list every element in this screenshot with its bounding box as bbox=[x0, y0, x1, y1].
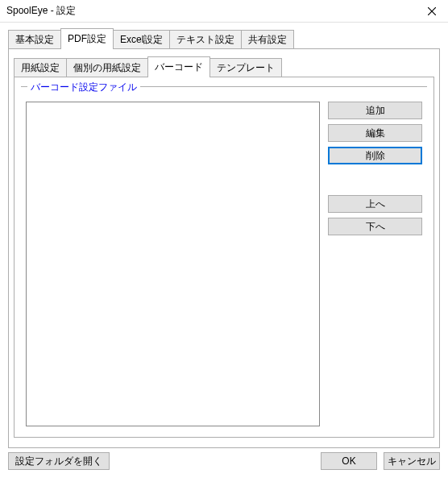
tab-shared-settings[interactable]: 共有設定 bbox=[241, 30, 294, 49]
tab-label: バーコード bbox=[155, 61, 203, 73]
close-icon[interactable] bbox=[416, 0, 448, 23]
barcode-file-list[interactable] bbox=[26, 102, 320, 426]
button-label: 削除 bbox=[366, 149, 385, 163]
button-label: OK bbox=[342, 455, 355, 467]
tab-label: 共有設定 bbox=[248, 34, 287, 45]
window-title: SpoolEye - 設定 bbox=[6, 4, 76, 18]
tab-excel-settings[interactable]: Excel設定 bbox=[113, 30, 170, 49]
outer-tabstrip: 基本設定 PDF設定 Excel設定 テキスト設定 共有設定 bbox=[8, 27, 440, 48]
tab-label: テンプレート bbox=[217, 62, 275, 73]
button-label: 追加 bbox=[366, 104, 385, 118]
button-label: 上へ bbox=[366, 197, 385, 211]
tab-text-settings[interactable]: テキスト設定 bbox=[169, 30, 242, 49]
edit-button[interactable]: 編集 bbox=[328, 124, 422, 142]
tab-label: テキスト設定 bbox=[176, 34, 234, 45]
button-label: 編集 bbox=[366, 127, 385, 140]
add-button[interactable]: 追加 bbox=[328, 102, 422, 119]
barcode-group: バーコード設定ファイル 追加 編集 削除 上へ 下へ bbox=[21, 87, 427, 431]
tab-basic-settings[interactable]: 基本設定 bbox=[8, 30, 61, 49]
group-row: 追加 編集 削除 上へ 下へ bbox=[26, 102, 422, 426]
tab-barcode[interactable]: バーコード bbox=[147, 56, 210, 77]
move-up-button[interactable]: 上へ bbox=[328, 195, 422, 213]
group-legend: バーコード設定ファイル bbox=[27, 81, 140, 94]
outer-tab-pane: 用紙設定 個別の用紙設定 バーコード テンプレート バーコード設定ファイル 追加… bbox=[8, 48, 440, 448]
inner-tabstrip: 用紙設定 個別の用紙設定 バーコード テンプレート bbox=[14, 56, 434, 77]
dialog-content: 基本設定 PDF設定 Excel設定 テキスト設定 共有設定 用紙設定 個別の用… bbox=[0, 23, 448, 448]
spacer bbox=[328, 169, 422, 190]
title-bar: SpoolEye - 設定 bbox=[0, 0, 448, 23]
button-label: キャンセル bbox=[388, 455, 436, 468]
move-down-button[interactable]: 下へ bbox=[328, 218, 422, 235]
dialog-footer: 設定フォルダを開く OK キャンセル bbox=[8, 452, 440, 470]
button-label: 設定フォルダを開く bbox=[15, 455, 102, 468]
tab-label: Excel設定 bbox=[120, 34, 163, 45]
tab-paper-settings[interactable]: 用紙設定 bbox=[14, 58, 67, 77]
tab-template[interactable]: テンプレート bbox=[209, 58, 282, 77]
button-label: 下へ bbox=[366, 220, 385, 234]
tab-pdf-settings[interactable]: PDF設定 bbox=[60, 28, 114, 49]
open-settings-folder-button[interactable]: 設定フォルダを開く bbox=[8, 452, 110, 470]
button-column: 追加 編集 削除 上へ 下へ bbox=[328, 102, 422, 235]
cancel-button[interactable]: キャンセル bbox=[384, 452, 440, 470]
tab-label: 用紙設定 bbox=[21, 62, 60, 73]
tab-label: 個別の用紙設定 bbox=[73, 62, 141, 73]
tab-label: PDF設定 bbox=[68, 33, 106, 44]
tab-label: 基本設定 bbox=[15, 34, 54, 45]
ok-button[interactable]: OK bbox=[321, 452, 377, 470]
tab-individual-paper-settings[interactable]: 個別の用紙設定 bbox=[66, 58, 148, 77]
inner-tab-pane: バーコード設定ファイル 追加 編集 削除 上へ 下へ bbox=[14, 77, 434, 438]
delete-button[interactable]: 削除 bbox=[328, 147, 422, 164]
